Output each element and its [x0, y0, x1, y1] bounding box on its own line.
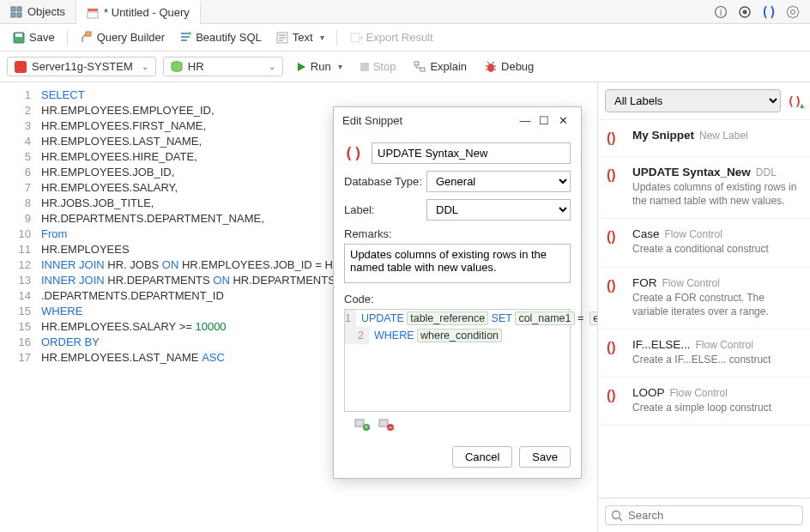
code-label: Code:	[344, 293, 571, 305]
snippet-item[interactable]: ()LOOPFlow ControlCreate a simple loop c…	[598, 378, 810, 426]
svg-rect-3	[17, 13, 21, 17]
minimize-icon[interactable]: —	[516, 114, 535, 127]
database-selector[interactable]: HR ⌄	[163, 57, 283, 76]
search-field[interactable]	[628, 509, 797, 522]
snippet-icon[interactable]: ()	[762, 5, 776, 19]
snippet-name-input[interactable]	[372, 142, 571, 164]
snippet-item[interactable]: ()My SnippetNew Label	[598, 120, 810, 157]
labels-filter-select[interactable]: All Labels	[605, 89, 781, 112]
beautify-button[interactable]: Beautify SQL	[173, 27, 267, 48]
text-button[interactable]: Text ▾	[270, 27, 329, 48]
maximize-icon[interactable]: ☐	[535, 114, 553, 127]
svg-rect-20	[414, 62, 419, 65]
snippet-item[interactable]: ()UPDATE Syntax_NewDDLUpdates columns of…	[598, 157, 810, 219]
oracle-icon	[15, 61, 27, 73]
stop-icon	[360, 62, 370, 72]
remarks-textarea[interactable]	[344, 244, 571, 283]
snippet-name: IF...ELSE...	[632, 338, 691, 351]
snippet-panel: All Labels ()+ ()My SnippetNew Label()UP…	[597, 82, 810, 532]
label: Debug	[501, 60, 534, 73]
tab-query[interactable]: * Untitled - Query	[76, 0, 201, 24]
save-button[interactable]: Save	[7, 27, 60, 48]
save-label: Save	[29, 31, 55, 44]
dbtype-select[interactable]: General	[426, 171, 571, 192]
remarks-label: Remarks:	[344, 227, 571, 240]
snippet-icon: ()	[607, 276, 624, 318]
snippet-item[interactable]: ()FORFlow ControlCreate a FOR construct.…	[598, 268, 810, 329]
svg-text:−: −	[388, 423, 392, 431]
svg-rect-2	[11, 13, 15, 17]
cancel-button[interactable]: Cancel	[452, 446, 512, 468]
info-icon[interactable]: i	[714, 5, 728, 19]
svg-rect-26	[379, 420, 388, 426]
save-button[interactable]: Save	[519, 446, 571, 468]
query-builder-button[interactable]: Query Builder	[75, 27, 170, 48]
remove-placeholder-icon[interactable]: −	[378, 417, 394, 431]
run-button[interactable]: Run ▾	[290, 57, 348, 76]
edit-snippet-dialog: Edit Snippet — ☐ ✕ () Database Type: Gen…	[333, 106, 582, 479]
snippet-category: Flow Control	[670, 387, 728, 399]
dialog-title: Edit Snippet	[342, 114, 516, 127]
tab-bar: Objects * Untitled - Query i ()	[0, 0, 810, 24]
svg-point-9	[743, 9, 747, 14]
close-icon[interactable]: ✕	[553, 114, 572, 127]
debug-button[interactable]: Debug	[479, 57, 539, 77]
sql-editor[interactable]: 1SELECT2HR.EMPLOYEES.EMPLOYEE_ID,3HR.EMP…	[0, 82, 597, 532]
snippet-item[interactable]: ()IF...ELSE...Flow ControlCreate a IF...…	[598, 329, 810, 378]
svg-text:+: +	[364, 423, 368, 431]
search-input[interactable]	[605, 505, 803, 525]
snippet-icon: ()	[607, 166, 624, 208]
snippet-description: Create a simple loop construct	[632, 401, 801, 414]
main-toolbar: Save Query Builder Beautify SQL Text ▾ E…	[0, 24, 810, 51]
new-snippet-icon[interactable]: ()+	[786, 93, 803, 110]
label-label: Label:	[344, 203, 426, 216]
export-icon	[349, 31, 363, 45]
database-name: HR	[188, 60, 204, 73]
query-builder-icon	[80, 31, 94, 45]
snippet-category: Flow Control	[696, 339, 753, 351]
label: Text	[293, 31, 313, 44]
svg-rect-13	[15, 33, 22, 37]
snippet-name: UPDATE Syntax_New	[632, 166, 751, 178]
snippet-description: Create a conditional construct	[632, 242, 801, 256]
snippet-icon: ()	[607, 227, 624, 256]
label-select[interactable]: DDL	[426, 199, 571, 221]
svg-point-11	[791, 9, 795, 14]
stop-button: Stop	[354, 57, 402, 76]
snippet-icon: ()	[344, 144, 365, 162]
svg-rect-23	[355, 420, 364, 426]
svg-text:i: i	[720, 8, 722, 17]
snippet-category: Flow Control	[662, 277, 720, 289]
play-icon	[295, 61, 307, 73]
svg-rect-4	[88, 9, 98, 11]
tab-label: Objects	[27, 5, 65, 18]
label: Explain	[430, 60, 467, 73]
snippet-name: Case	[632, 227, 660, 240]
snippet-icon: ()	[607, 386, 624, 414]
snippet-code-editor[interactable]: 1UPDATE table_reference SET col_name1 = …	[344, 309, 571, 412]
target-icon[interactable]	[738, 5, 752, 19]
chevron-down-icon: ⌄	[142, 62, 148, 71]
svg-rect-0	[11, 7, 15, 11]
explain-button[interactable]: Explain	[408, 57, 472, 77]
tab-objects[interactable]: Objects	[0, 0, 76, 24]
snippet-description: Updates columns of existing rows in the …	[632, 180, 801, 208]
svg-rect-17	[351, 33, 360, 42]
export-result-button: Export Result	[344, 27, 438, 48]
run-toolbar: Server11g-SYSTEM ⌄ HR ⌄ Run ▾ Stop Expla…	[0, 51, 810, 82]
svg-rect-19	[360, 63, 369, 71]
add-placeholder-icon[interactable]: +	[354, 417, 370, 431]
label: Run	[311, 60, 331, 73]
svg-point-29	[613, 511, 620, 518]
snippet-name: FOR	[632, 276, 657, 289]
svg-point-15	[188, 32, 191, 35]
gear-icon[interactable]	[786, 5, 800, 19]
bug-icon	[484, 60, 498, 74]
label: Beautify SQL	[196, 31, 262, 44]
snippet-name: My Snippet	[632, 129, 694, 142]
svg-rect-14	[86, 32, 91, 36]
chevron-down-icon: ▾	[338, 62, 342, 71]
connection-selector[interactable]: Server11g-SYSTEM ⌄	[7, 57, 156, 76]
snippet-item[interactable]: ()CaseFlow ControlCreate a conditional c…	[598, 219, 810, 267]
chevron-down-icon: ▾	[320, 33, 324, 42]
